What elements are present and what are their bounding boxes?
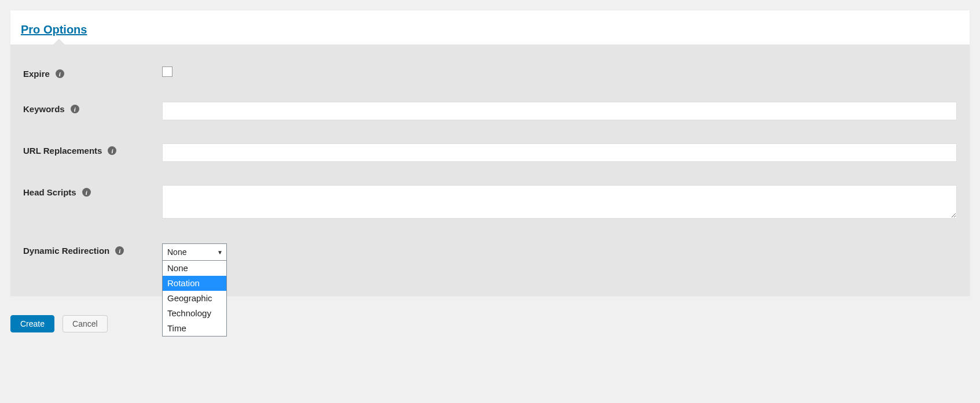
head-scripts-control [162, 185, 957, 220]
expire-control [162, 66, 957, 79]
field-row-keywords: Keywords i [23, 102, 957, 120]
url-replacements-label: URL Replacements i [23, 143, 162, 156]
select-selected-value: None [167, 247, 186, 257]
dynamic-redirection-label: Dynamic Redirection i [23, 243, 162, 256]
panel-body: Expire i Keywords i URL Replacements i [10, 45, 970, 295]
pro-options-tab[interactable]: Pro Options [21, 23, 87, 36]
keywords-label: Keywords i [23, 102, 162, 114]
create-button[interactable]: Create [10, 315, 54, 332]
head-scripts-label-text: Head Scripts [23, 187, 76, 197]
select-listbox: NoneRotationGeographicTechnologyTime [162, 261, 227, 337]
info-icon[interactable]: i [82, 188, 91, 197]
select-option[interactable]: Geographic [163, 291, 226, 306]
head-scripts-textarea[interactable] [162, 185, 957, 219]
url-replacements-label-text: URL Replacements [23, 146, 102, 156]
select-option[interactable]: Rotation [163, 276, 226, 291]
field-row-url-replacements: URL Replacements i [23, 143, 957, 162]
url-replacements-input[interactable] [162, 143, 957, 162]
field-row-expire: Expire i [23, 66, 957, 79]
keywords-input[interactable] [162, 102, 957, 120]
select-option[interactable]: Time [163, 321, 226, 336]
select-option[interactable]: Technology [163, 306, 226, 321]
pro-options-panel: Pro Options Expire i Keywords i URL Repl… [10, 10, 970, 295]
select-display[interactable]: None ▼ [162, 243, 227, 261]
expire-checkbox[interactable] [162, 66, 172, 77]
keywords-label-text: Keywords [23, 104, 65, 114]
info-icon[interactable]: i [56, 69, 64, 78]
dynamic-redirection-label-text: Dynamic Redirection [23, 246, 109, 256]
chevron-down-icon: ▼ [217, 249, 223, 256]
expire-label: Expire i [23, 66, 162, 79]
dynamic-redirection-control: None ▼ NoneRotationGeographicTechnologyT… [162, 243, 957, 261]
button-row: Create Cancel [10, 315, 970, 332]
cancel-button[interactable]: Cancel [63, 315, 108, 332]
head-scripts-label: Head Scripts i [23, 185, 162, 197]
field-row-dynamic-redirection: Dynamic Redirection i None ▼ NoneRotatio… [23, 243, 957, 261]
expire-label-text: Expire [23, 69, 50, 79]
field-row-head-scripts: Head Scripts i [23, 185, 957, 220]
info-icon[interactable]: i [108, 146, 116, 155]
select-option[interactable]: None [163, 261, 226, 276]
panel-header: Pro Options [10, 10, 970, 45]
keywords-control [162, 102, 957, 120]
info-icon[interactable]: i [115, 246, 124, 255]
info-icon[interactable]: i [71, 105, 79, 113]
dynamic-redirection-select[interactable]: None ▼ NoneRotationGeographicTechnologyT… [162, 243, 227, 261]
url-replacements-control [162, 143, 957, 162]
